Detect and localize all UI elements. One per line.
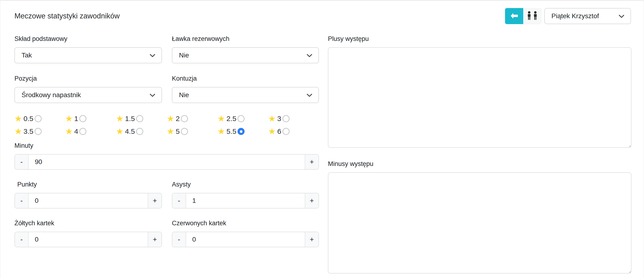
chevron-down-icon (306, 52, 312, 59)
minuty-decrement-button[interactable]: - (15, 155, 29, 169)
punkty-decrement-button[interactable]: - (15, 193, 29, 208)
rating-radio[interactable] (238, 128, 244, 135)
star-icon: ★ (268, 127, 276, 136)
rating-radio[interactable] (181, 115, 188, 122)
minuty-increment-button[interactable]: + (305, 155, 318, 169)
chevron-down-icon (306, 91, 312, 99)
pozycja-select[interactable]: Środkowy napastnik (14, 87, 162, 103)
zoltych-kartek-label: Żółtych kartek (14, 219, 162, 227)
header-controls: Piątek Krzysztof (505, 8, 631, 24)
star-icon: ★ (116, 114, 124, 123)
czerwonych-kartek-decrement-button[interactable]: - (172, 232, 186, 247)
zoltych-kartek-input[interactable] (29, 232, 148, 247)
rating-option: ★ 5 (167, 127, 217, 136)
star-icon: ★ (217, 127, 225, 136)
zoltych-kartek-decrement-button[interactable]: - (15, 232, 29, 247)
rating-value-label: 2 (176, 115, 180, 123)
player-select[interactable]: Piątek Krzysztof (544, 8, 631, 24)
czerwonych-kartek-input[interactable] (186, 232, 305, 247)
field-asysty: Asysty - + (172, 181, 319, 209)
lawka-rezerwowych-value: Nie (179, 52, 189, 59)
field-kontuzja: Kontuzja Nie (172, 75, 319, 103)
minusy-wystepu-textarea[interactable] (328, 172, 632, 274)
rating-option: ★ 1.5 (116, 114, 167, 123)
star-icon: ★ (14, 114, 22, 123)
punkty-stepper: - + (14, 193, 162, 209)
star-icon: ★ (217, 114, 225, 123)
rating-option: ★ 2 (167, 114, 217, 123)
czerwonych-kartek-label: Czerwonych kartek (172, 219, 319, 227)
rating-radio[interactable] (34, 115, 42, 122)
star-icon: ★ (167, 114, 174, 123)
field-punkty: Punkty - + (14, 181, 162, 209)
punkty-input[interactable] (29, 193, 148, 208)
rating-option: ★ 2.5 (217, 114, 268, 123)
field-zoltych-kartek: Żółtych kartek - + (14, 219, 162, 247)
left-column: Skład podstawowy Tak Ławka rezerwowych N… (14, 35, 319, 274)
minuty-stepper: - + (14, 154, 319, 170)
match-stats-card: Meczowe statystyki zawodników (0, 0, 644, 278)
asysty-decrement-button[interactable]: - (172, 193, 186, 208)
rating-value-label: 3 (277, 115, 281, 123)
rating-radio[interactable] (136, 115, 143, 122)
rating-value-label: 4 (74, 128, 78, 136)
pozycja-value: Środkowy napastnik (22, 91, 81, 99)
page-title: Meczowe statystyki zawodników (14, 12, 120, 20)
star-icon: ★ (268, 114, 276, 123)
rating-value-label: 3.5 (24, 128, 34, 136)
rating-option: ★ 1 (65, 114, 116, 123)
czerwonych-kartek-stepper: - + (172, 232, 319, 247)
plusy-wystepu-textarea[interactable] (328, 47, 632, 148)
field-czerwonych-kartek: Czerwonych kartek - + (172, 219, 319, 247)
minusy-wystepu-label: Minusy występu (328, 160, 632, 168)
rating-radio[interactable] (282, 128, 290, 135)
field-pozycja: Pozycja Środkowy napastnik (14, 75, 162, 103)
rating-radio[interactable] (181, 128, 188, 135)
rating-option: ★ 3.5 (14, 127, 65, 136)
asysty-increment-button[interactable]: + (305, 193, 318, 208)
asysty-input[interactable] (186, 193, 305, 208)
chevron-down-icon (150, 91, 155, 99)
lawka-rezerwowych-select[interactable]: Nie (172, 47, 319, 63)
punkty-increment-button[interactable]: + (148, 193, 162, 208)
czerwonych-kartek-increment-button[interactable]: + (305, 232, 318, 247)
rating-radio[interactable] (238, 115, 244, 122)
rating-radio[interactable] (79, 115, 86, 122)
minuty-input[interactable] (29, 155, 305, 169)
star-icon: ★ (14, 127, 22, 136)
star-icon: ★ (116, 127, 124, 136)
star-icon: ★ (65, 114, 73, 123)
chevron-down-icon (619, 12, 624, 20)
zoltych-kartek-stepper: - + (14, 232, 162, 247)
rating-radio[interactable] (136, 128, 143, 135)
sklad-podstawowy-select[interactable]: Tak (14, 47, 162, 63)
rating-value-label: 0.5 (24, 115, 34, 123)
punkty-label: Punkty (14, 181, 162, 188)
chevron-down-icon (150, 52, 155, 59)
zoltych-kartek-increment-button[interactable]: + (148, 232, 162, 247)
rating-radio[interactable] (282, 115, 290, 122)
rating-option: ★ 0.5 (14, 114, 65, 123)
star-icon: ★ (65, 127, 73, 136)
sklad-podstawowy-label: Skład podstawowy (14, 35, 162, 43)
player-select-value: Piątek Krzysztof (552, 12, 599, 20)
star-icon: ★ (167, 127, 174, 136)
rating-option: ★ 3 (268, 114, 319, 123)
back-button[interactable] (505, 8, 523, 24)
rating-radio[interactable] (34, 128, 42, 135)
minuty-label: Minuty (14, 142, 319, 149)
sklad-podstawowy-value: Tak (22, 52, 32, 59)
header-button-group (505, 8, 542, 24)
pozycja-label: Pozycja (14, 75, 162, 82)
rating-value-label: 1.5 (125, 115, 135, 123)
arrow-left-icon (510, 12, 518, 20)
rating-option: ★ 6 (268, 127, 319, 136)
plusy-wystepu-label: Plusy występu (328, 35, 632, 43)
rating-radio[interactable] (79, 128, 86, 135)
kontuzja-select[interactable]: Nie (172, 87, 319, 103)
rating-option: ★ 4 (65, 127, 116, 136)
asysty-label: Asysty (172, 181, 319, 188)
rating-option: ★ 5.5 (217, 127, 268, 136)
rating-value-label: 1 (74, 115, 78, 123)
players-button[interactable] (523, 8, 542, 24)
